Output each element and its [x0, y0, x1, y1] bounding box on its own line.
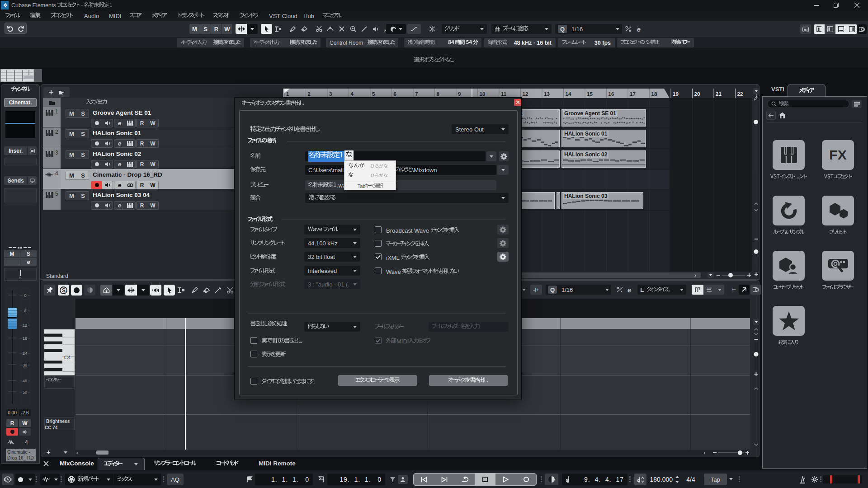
svg-text:10: 10 [480, 91, 486, 97]
svg-text:30: 30 [23, 363, 27, 367]
svg-text:6: 6 [394, 91, 396, 97]
svg-text:18: 18 [651, 91, 657, 97]
svg-text:8: 8 [437, 91, 440, 97]
svg-text:40: 40 [23, 379, 27, 383]
svg-text:9: 9 [458, 91, 461, 97]
svg-text:2: 2 [308, 91, 311, 97]
svg-text:4: 4 [351, 91, 354, 97]
svg-text:21: 21 [716, 91, 722, 97]
svg-text:6: 6 [24, 309, 26, 313]
svg-text:24: 24 [23, 351, 27, 356]
svg-text:22: 22 [737, 91, 743, 97]
svg-text:18: 18 [23, 336, 27, 341]
svg-text:1: 1 [286, 91, 289, 97]
svg-text:16: 16 [609, 91, 614, 97]
svg-text:S: S [62, 287, 66, 294]
svg-text:12: 12 [23, 323, 27, 328]
svg-text:12: 12 [523, 91, 528, 97]
svg-text:7: 7 [415, 91, 418, 97]
svg-text:C4: C4 [64, 355, 71, 360]
svg-text:13: 13 [544, 91, 550, 97]
svg-text:14: 14 [566, 91, 571, 97]
svg-text:50: 50 [23, 390, 27, 394]
svg-text:15: 15 [587, 91, 593, 97]
svg-text:19: 19 [673, 91, 679, 97]
svg-text:17: 17 [630, 91, 636, 97]
svg-text:20: 20 [694, 91, 700, 97]
svg-text:3: 3 [329, 91, 332, 97]
svg-text:11: 11 [501, 91, 507, 97]
svg-text:5: 5 [372, 91, 375, 97]
svg-text:0: 0 [24, 293, 26, 298]
